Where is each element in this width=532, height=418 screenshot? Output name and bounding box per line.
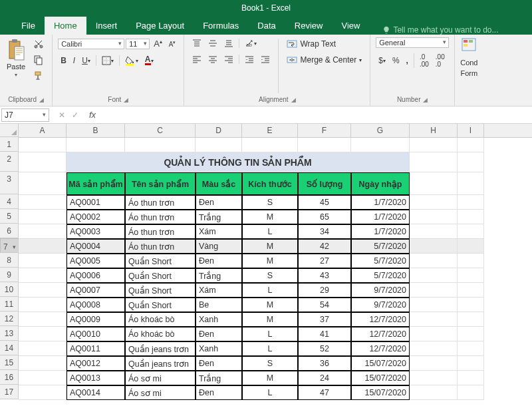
column-header[interactable]: F — [298, 124, 351, 137]
cell[interactable] — [458, 298, 484, 312]
format-painter-button[interactable] — [31, 69, 47, 83]
table-cell[interactable]: Trắng — [196, 210, 242, 224]
row-header[interactable]: 14 — [0, 341, 19, 355]
table-cell[interactable]: AQ0013 — [66, 371, 125, 385]
row-header[interactable]: 16 — [0, 370, 19, 385]
table-cell[interactable]: Đen — [196, 385, 242, 400]
table-cell[interactable]: Vàng — [196, 239, 242, 254]
row-header[interactable]: 8 — [0, 253, 19, 268]
bold-button[interactable]: B — [58, 55, 69, 67]
table-cell[interactable]: Đen — [196, 195, 242, 210]
table-cell[interactable]: 12/7/2020 — [351, 312, 410, 327]
row-header[interactable]: 6 — [0, 224, 19, 238]
table-cell[interactable]: 15/07/2020 — [351, 385, 410, 400]
table-cell[interactable]: Xám — [196, 283, 242, 298]
clipboard-dialog-launcher[interactable]: ◢ — [39, 97, 44, 103]
tell-me-search[interactable]: Tell me what you want to do... — [382, 25, 498, 35]
cell[interactable] — [410, 341, 458, 356]
decrease-decimal-button[interactable]: .00.0 — [433, 52, 448, 69]
tab-data[interactable]: Data — [248, 17, 285, 35]
decrease-font-button[interactable]: A▾ — [166, 39, 179, 49]
font-dialog-launcher[interactable]: ◢ — [124, 97, 128, 103]
table-cell[interactable]: M — [242, 371, 298, 385]
table-cell[interactable]: Quần Short — [125, 268, 196, 283]
wrap-text-button[interactable]: Wrap Text — [284, 37, 364, 51]
column-header[interactable]: C — [125, 124, 196, 137]
cell[interactable] — [19, 224, 66, 239]
percent-format-button[interactable]: % — [390, 55, 402, 67]
table-cell[interactable]: Xanh — [196, 341, 242, 356]
row-header[interactable]: 13 — [0, 326, 19, 341]
cell[interactable] — [410, 152, 458, 172]
table-cell[interactable]: 43 — [298, 268, 351, 283]
table-cell[interactable]: AQ0004 — [66, 239, 125, 254]
align-top-button[interactable] — [190, 37, 204, 49]
table-cell[interactable]: Quần jeans trơn — [125, 356, 196, 371]
table-cell[interactable]: 45 — [298, 195, 351, 210]
cell[interactable] — [410, 283, 458, 298]
cell[interactable] — [458, 385, 484, 400]
column-header[interactable]: D — [196, 124, 242, 137]
increase-indent-button[interactable] — [258, 53, 273, 65]
cell[interactable] — [19, 195, 66, 210]
table-cell[interactable]: S — [242, 195, 298, 210]
italic-button[interactable]: I — [70, 55, 78, 67]
conditional-formatting-button[interactable]: Cond Form — [460, 37, 477, 77]
worksheet-grid[interactable]: ABCDEFGHI 1234567891011121314151617 QUẢN… — [0, 124, 532, 400]
row-header[interactable]: 7 — [0, 238, 19, 253]
table-cell[interactable]: 34 — [298, 224, 351, 239]
tab-file[interactable]: File — [12, 17, 45, 35]
table-cell[interactable]: Quần Short — [125, 298, 196, 312]
cell[interactable] — [410, 172, 458, 195]
cell[interactable] — [458, 172, 484, 195]
cell[interactable] — [410, 312, 458, 327]
cell[interactable] — [298, 138, 351, 152]
fx-icon[interactable]: fx — [84, 110, 96, 120]
table-cell[interactable]: 27 — [298, 254, 351, 268]
sheet-title[interactable]: QUẢN LÝ THÔNG TIN SẢN PHẨM — [66, 152, 410, 172]
orientation-button[interactable]: ab ▾ — [242, 37, 259, 49]
table-cell[interactable]: Áo thun trơn — [125, 195, 196, 210]
row-header[interactable]: 9 — [0, 268, 19, 282]
cell[interactable] — [19, 268, 66, 283]
cell[interactable] — [458, 138, 484, 152]
table-cell[interactable]: L — [242, 224, 298, 239]
table-cell[interactable]: 29 — [298, 283, 351, 298]
row-header[interactable]: 2 — [0, 152, 19, 172]
alignment-dialog-launcher[interactable]: ◢ — [291, 97, 296, 103]
cell[interactable] — [458, 283, 484, 298]
table-header[interactable]: Mã sản phẩm — [66, 172, 125, 195]
table-cell[interactable]: Áo khoác bò — [125, 327, 196, 341]
table-cell[interactable]: Đen — [196, 254, 242, 268]
align-bottom-button[interactable] — [221, 37, 236, 49]
cell[interactable] — [19, 210, 66, 224]
table-cell[interactable]: 47 — [298, 385, 351, 400]
table-cell[interactable]: 12/7/2020 — [351, 341, 410, 356]
row-header[interactable]: 1 — [0, 137, 19, 152]
increase-font-button[interactable]: A▴ — [151, 37, 165, 50]
table-cell[interactable]: S — [242, 268, 298, 283]
cell[interactable] — [410, 195, 458, 210]
column-header[interactable]: I — [458, 124, 484, 137]
row-header[interactable]: 4 — [0, 194, 19, 209]
table-cell[interactable]: 54 — [298, 298, 351, 312]
tab-home[interactable]: Home — [45, 17, 86, 35]
table-cell[interactable]: L — [242, 283, 298, 298]
table-cell[interactable]: 42 — [298, 239, 351, 254]
table-cell[interactable]: Trắng — [196, 268, 242, 283]
fill-color-button[interactable]: ▾ — [122, 54, 141, 67]
cell[interactable] — [458, 224, 484, 239]
cell[interactable] — [410, 268, 458, 283]
row-header[interactable]: 11 — [0, 297, 19, 312]
table-cell[interactable]: AQ0001 — [66, 195, 125, 210]
table-cell[interactable]: AQ0007 — [66, 283, 125, 298]
table-cell[interactable]: M — [242, 254, 298, 268]
cell[interactable] — [410, 385, 458, 400]
cell[interactable] — [410, 254, 458, 268]
cell[interactable] — [19, 239, 66, 254]
row-header[interactable]: 10 — [0, 282, 19, 297]
column-header[interactable]: B — [66, 124, 125, 137]
cell[interactable] — [19, 283, 66, 298]
table-cell[interactable]: Áo thun trơn — [125, 224, 196, 239]
table-header[interactable]: Số lượng — [298, 172, 351, 195]
